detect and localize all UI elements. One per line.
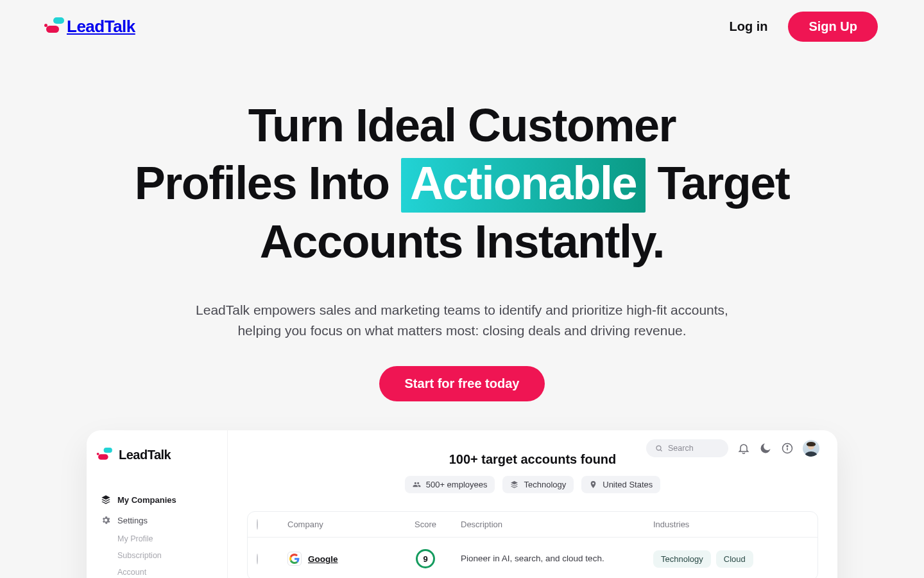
top-nav: LeadTalk Log in Sign Up	[0, 0, 924, 53]
layers-icon	[101, 495, 111, 505]
headline-highlight: Actionable	[401, 158, 646, 213]
avatar[interactable]	[803, 440, 819, 457]
hero-subtitle: LeadTalk empowers sales and marketing te…	[183, 300, 741, 340]
select-all-checkbox[interactable]	[257, 519, 258, 530]
industries-cell: Technology Cloud	[653, 550, 809, 568]
svg-point-0	[656, 446, 661, 450]
brand-mark-icon	[46, 19, 63, 34]
hero: Turn Ideal Customer Profiles Into Action…	[0, 96, 924, 401]
company-cell: Google	[287, 552, 390, 566]
row-checkbox[interactable]	[257, 554, 258, 565]
industry-badge: Technology	[653, 550, 711, 568]
col-description: Description	[461, 520, 653, 529]
layers-icon	[510, 480, 518, 489]
search-icon	[655, 444, 663, 452]
sidebar-item-settings[interactable]: Settings	[98, 510, 216, 530]
sidebar-item-label: My Companies	[117, 495, 176, 505]
filter-pill-location[interactable]: United States	[581, 476, 660, 493]
pin-icon	[589, 480, 597, 489]
search-input[interactable]: Search	[646, 439, 728, 457]
brand-logo[interactable]: LeadTalk	[46, 17, 135, 37]
filter-label: United States	[603, 480, 653, 489]
signup-button[interactable]: Sign Up	[788, 12, 878, 42]
preview-main: Search 100+ target accounts found 500+ e…	[228, 430, 837, 578]
preview-sidebar: LeadTalk My Companies Settings My Profil…	[87, 430, 228, 578]
score-cell: 9	[390, 549, 461, 568]
svg-line-1	[660, 450, 662, 451]
people-icon	[413, 480, 421, 489]
info-icon[interactable]	[781, 442, 794, 455]
col-industries: Industries	[653, 520, 809, 529]
sidebar-nav: My Companies Settings My Profile Subscri…	[98, 489, 216, 578]
results-header: 100+ target accounts found 500+ employee…	[247, 452, 818, 493]
sidebar-sub-subscription[interactable]: Subscription	[115, 547, 216, 564]
brand-mark-icon	[98, 449, 111, 461]
score-badge: 9	[416, 549, 435, 568]
sidebar-item-companies[interactable]: My Companies	[98, 489, 216, 510]
login-link[interactable]: Log in	[729, 19, 767, 34]
cta-button[interactable]: Start for free today	[379, 366, 545, 401]
bell-icon[interactable]	[737, 442, 750, 455]
preview-brand: LeadTalk	[98, 447, 216, 462]
moon-icon[interactable]	[759, 442, 772, 455]
nav-actions: Log in Sign Up	[729, 12, 878, 42]
headline-part: Accounts Instantly.	[260, 216, 664, 267]
filter-pills: 500+ employees Technology United States	[247, 476, 818, 493]
col-score: Score	[390, 520, 461, 529]
svg-point-4	[787, 446, 788, 447]
headline-part: Profiles Into	[135, 157, 389, 209]
preview-topbar: Search	[646, 439, 819, 457]
app-preview: LeadTalk My Companies Settings My Profil…	[87, 430, 837, 578]
sidebar-sub-profile[interactable]: My Profile	[115, 530, 216, 547]
headline-part: Target	[657, 157, 789, 209]
search-placeholder: Search	[668, 444, 694, 453]
table-row[interactable]: Google 9 Pioneer in AI, search, and clou…	[248, 538, 817, 578]
sidebar-item-label: Settings	[117, 516, 148, 525]
industry-badge: Cloud	[716, 550, 753, 568]
sidebar-sub-account[interactable]: Account	[115, 564, 216, 578]
filter-pill-industry[interactable]: Technology	[502, 476, 574, 493]
table-header: Company Score Description Industries	[248, 512, 817, 538]
results-table: Company Score Description Industries Goo…	[247, 511, 818, 578]
company-name[interactable]: Google	[308, 554, 338, 564]
gear-icon	[101, 515, 111, 525]
filter-label: Technology	[524, 480, 566, 489]
description-cell: Pioneer in AI, search, and cloud tech.	[461, 553, 653, 565]
hero-headline: Turn Ideal Customer Profiles Into Action…	[64, 96, 860, 270]
filter-pill-employees[interactable]: 500+ employees	[405, 476, 495, 493]
brand-name: LeadTalk	[67, 17, 135, 37]
headline-part: Turn Ideal Customer	[248, 100, 676, 151]
col-company: Company	[287, 520, 390, 529]
filter-label: 500+ employees	[426, 480, 488, 489]
google-logo-icon	[287, 552, 302, 566]
brand-name: LeadTalk	[119, 448, 171, 462]
